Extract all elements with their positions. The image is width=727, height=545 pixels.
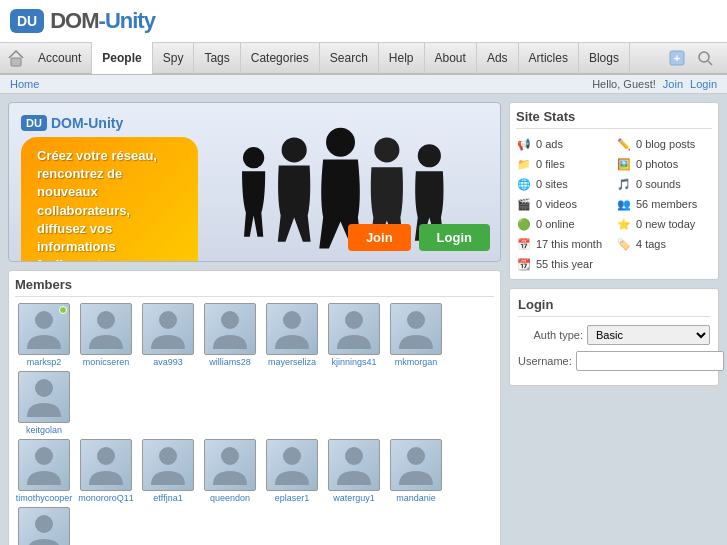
member-avatar[interactable] bbox=[266, 439, 318, 491]
member-avatar[interactable] bbox=[142, 303, 194, 355]
breadcrumb-login[interactable]: Login bbox=[690, 78, 717, 90]
member-name[interactable]: queendon bbox=[210, 493, 250, 503]
member-name[interactable]: mayerseliza bbox=[268, 357, 316, 367]
login-title: Login bbox=[518, 297, 710, 317]
join-button[interactable]: Join bbox=[348, 224, 411, 251]
svg-point-9 bbox=[418, 144, 441, 167]
stat-item: 🌐 0 sites bbox=[516, 175, 612, 193]
nav-spy[interactable]: Spy bbox=[153, 42, 195, 74]
logo-name-part2: -Unity bbox=[99, 8, 155, 33]
stat-item: 📢 0 ads bbox=[516, 135, 612, 153]
nav-ads[interactable]: Ads bbox=[477, 42, 519, 74]
member-item: kjinnings41 bbox=[325, 303, 383, 367]
hero-bubble-line1: Créez votre réseau, bbox=[37, 148, 157, 163]
nav-search-icon[interactable] bbox=[693, 46, 717, 70]
auth-type-select[interactable]: Basic bbox=[587, 325, 710, 345]
svg-text:+: + bbox=[674, 52, 680, 64]
stat-item: 🎵 0 sounds bbox=[616, 175, 712, 193]
navbar: Account People Spy Tags Categories Searc… bbox=[0, 43, 727, 75]
stat-item: 👥 56 members bbox=[616, 195, 712, 213]
nav-add-icon[interactable]: + bbox=[665, 46, 689, 70]
member-name[interactable]: monororoQ11 bbox=[78, 493, 134, 503]
nav-categories[interactable]: Categories bbox=[241, 42, 320, 74]
member-name[interactable]: eplaser1 bbox=[275, 493, 310, 503]
greeting-text: Hello, Guest! bbox=[592, 78, 656, 90]
member-avatar[interactable] bbox=[204, 439, 256, 491]
hero-buttons: Join Login bbox=[348, 224, 490, 251]
member-name[interactable]: waterguy1 bbox=[333, 493, 375, 503]
stat-value: 0 blog posts bbox=[636, 138, 695, 150]
member-avatar[interactable] bbox=[18, 507, 70, 545]
login-button[interactable]: Login bbox=[419, 224, 490, 251]
stat-item: 📁 0 files bbox=[516, 155, 612, 173]
stat-value: 0 videos bbox=[536, 198, 577, 210]
member-avatar[interactable] bbox=[18, 303, 70, 355]
breadcrumb-home[interactable]: Home bbox=[10, 78, 39, 90]
member-item: monicseren bbox=[77, 303, 135, 367]
member-avatar[interactable] bbox=[390, 439, 442, 491]
sites-icon: 🌐 bbox=[516, 176, 532, 192]
stat-value: 0 sounds bbox=[636, 178, 681, 190]
nav-home-icon[interactable] bbox=[4, 46, 28, 70]
stat-value: 56 members bbox=[636, 198, 697, 210]
svg-point-8 bbox=[374, 137, 399, 162]
member-avatar[interactable] bbox=[18, 371, 70, 423]
member-name[interactable]: timothycooper bbox=[16, 493, 73, 503]
left-column: DU DOM-Unity Créez votre réseau, rencont… bbox=[8, 102, 501, 545]
sounds-icon: 🎵 bbox=[616, 176, 632, 192]
username-input[interactable] bbox=[576, 351, 724, 371]
auth-type-row: Auth type: Basic bbox=[518, 325, 710, 345]
stat-value: 0 photos bbox=[636, 158, 678, 170]
hero-logo-name: DOM-Unity bbox=[51, 115, 123, 131]
right-column: Site Stats 📢 0 ads✏️ 0 blog posts📁 0 fil… bbox=[509, 102, 719, 545]
member-name[interactable]: mkmorgan bbox=[395, 357, 438, 367]
svg-point-24 bbox=[407, 447, 425, 465]
breadcrumb-join[interactable]: Join bbox=[663, 78, 683, 90]
member-name[interactable]: williams28 bbox=[209, 357, 251, 367]
nav-blogs[interactable]: Blogs bbox=[579, 42, 630, 74]
member-avatar[interactable] bbox=[328, 439, 380, 491]
login-section: Login Auth type: Basic Username: bbox=[509, 288, 719, 386]
stat-item: ✏️ 0 blog posts bbox=[616, 135, 712, 153]
member-item: marksp2 bbox=[15, 303, 73, 367]
stats-title: Site Stats bbox=[516, 109, 712, 129]
hero-logo-box: DU bbox=[21, 115, 47, 131]
nav-help[interactable]: Help bbox=[379, 42, 425, 74]
hero-bubble-line3: diffusez vos informations facilement... bbox=[37, 221, 116, 262]
nav-search[interactable]: Search bbox=[320, 42, 379, 74]
nav-account[interactable]: Account bbox=[28, 42, 92, 74]
svg-point-11 bbox=[97, 311, 115, 329]
nav-people[interactable]: People bbox=[92, 42, 152, 74]
members-row1: marksp2 monicseren ava993 williams28 may… bbox=[15, 303, 494, 435]
member-item: mkmorgan bbox=[387, 303, 445, 367]
svg-point-22 bbox=[283, 447, 301, 465]
member-name[interactable]: ava993 bbox=[153, 357, 183, 367]
member-avatar[interactable] bbox=[328, 303, 380, 355]
member-name[interactable]: kjinnings41 bbox=[331, 357, 376, 367]
logo-abbr: DU bbox=[17, 13, 37, 29]
svg-point-10 bbox=[35, 311, 53, 329]
nav-about[interactable]: About bbox=[425, 42, 477, 74]
member-avatar[interactable] bbox=[142, 439, 194, 491]
svg-point-17 bbox=[35, 379, 53, 397]
member-name[interactable]: monicseren bbox=[83, 357, 130, 367]
member-name[interactable]: etffjna1 bbox=[153, 493, 182, 503]
logo-name-part1: DOM bbox=[50, 8, 98, 33]
member-avatar[interactable] bbox=[18, 439, 70, 491]
tags-icon: 🏷️ bbox=[616, 236, 632, 252]
member-avatar[interactable] bbox=[266, 303, 318, 355]
member-name[interactable]: keitgolan bbox=[26, 425, 62, 435]
stats-section: Site Stats 📢 0 ads✏️ 0 blog posts📁 0 fil… bbox=[509, 102, 719, 280]
member-avatar[interactable] bbox=[390, 303, 442, 355]
member-name[interactable]: mandanie bbox=[396, 493, 436, 503]
member-item: williams28 bbox=[201, 303, 259, 367]
nav-articles[interactable]: Articles bbox=[519, 42, 579, 74]
member-avatar[interactable] bbox=[80, 303, 132, 355]
members-title: Members bbox=[15, 277, 494, 297]
nav-tags[interactable]: Tags bbox=[194, 42, 240, 74]
member-avatar[interactable] bbox=[204, 303, 256, 355]
member-name[interactable]: marksp2 bbox=[27, 357, 62, 367]
svg-point-19 bbox=[97, 447, 115, 465]
stat-item: 🟢 0 online bbox=[516, 215, 612, 233]
member-avatar[interactable] bbox=[80, 439, 132, 491]
